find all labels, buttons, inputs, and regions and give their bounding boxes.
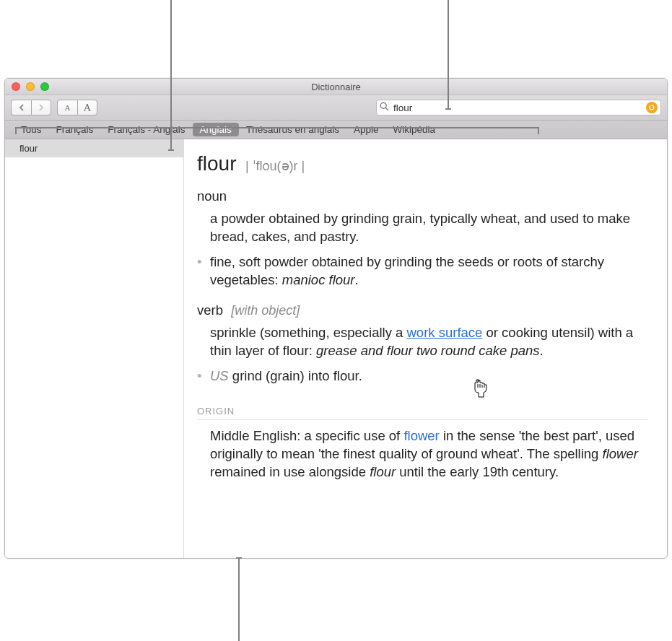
verb-subdefinition: US grind (grain) into flour. (197, 367, 648, 385)
sidebar: flour (5, 139, 184, 558)
callout-line-sidebar (170, 0, 172, 151)
link-work-surface[interactable]: work surface (407, 325, 483, 340)
verb-example: grease and flour two round cake pans (316, 343, 540, 358)
pos-noun: noun (197, 188, 648, 204)
verb-note: [with object] (231, 303, 300, 318)
search-icon (380, 102, 389, 113)
window-controls (5, 82, 49, 91)
region-label: US (210, 368, 229, 383)
minimize-button[interactable] (26, 82, 35, 91)
pos-verb: verb [with object] (197, 302, 648, 318)
noun-subdefinition: fine, soft powder obtained by grinding t… (197, 253, 648, 289)
nav-group (11, 100, 51, 115)
noun-sub-example: manioc flour (282, 272, 355, 287)
font-size-group: A A (57, 100, 97, 115)
callout-line-definition (238, 557, 240, 641)
toolbar: A A (5, 95, 667, 121)
definition-pane: flour | ˈflou(ə)r | noun a powder obtain… (184, 139, 667, 558)
forward-button[interactable] (31, 100, 51, 115)
font-bigger-button[interactable]: A (77, 100, 97, 115)
noun-sub-text: fine, soft powder obtained by grinding t… (210, 254, 604, 287)
zoom-button[interactable] (40, 82, 49, 91)
sidebar-item[interactable]: flour (5, 139, 183, 157)
svg-line-1 (385, 108, 388, 110)
close-button[interactable] (12, 82, 20, 91)
window-title: Dictionnaire (5, 82, 667, 92)
headword: flour (197, 152, 236, 175)
noun-definition: a powder obtained by grinding grain, typ… (197, 210, 648, 246)
origin-label: ORIGIN (197, 406, 648, 420)
search-input[interactable] (393, 103, 642, 113)
pronunciation: | ˈflou(ə)r | (245, 159, 305, 173)
origin-text: Middle English: a specific use of flower… (197, 427, 648, 481)
back-button[interactable] (11, 100, 31, 115)
font-smaller-button[interactable]: A (57, 100, 77, 115)
titlebar: Dictionnaire (5, 79, 667, 95)
verb-definition: sprinkle (something, especially a work s… (197, 324, 648, 360)
dictionary-window: Dictionnaire A A Tous Français F (4, 78, 668, 559)
snapback-button[interactable] (646, 102, 658, 113)
callout-bracket-sources (15, 127, 539, 134)
callout-line-search (448, 0, 449, 110)
link-flower[interactable]: flower (403, 428, 439, 443)
body: flour flour | ˈflou(ə)r | noun a powder … (5, 139, 667, 558)
svg-point-0 (380, 103, 386, 108)
search-field-wrap[interactable] (376, 100, 661, 115)
